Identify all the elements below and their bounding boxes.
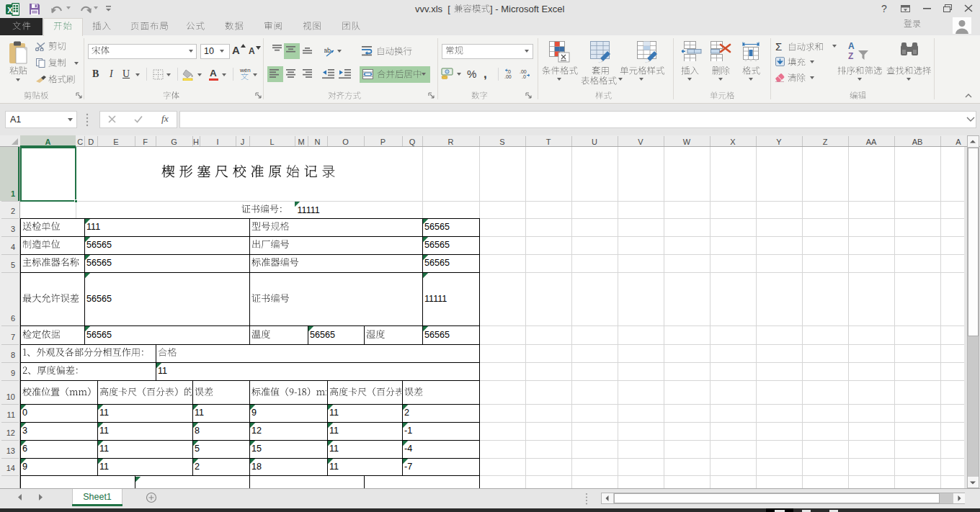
svg-text:.00: .00 [520, 69, 527, 74]
svg-text:Z: Z [848, 51, 853, 60]
svg-text:.0: .0 [507, 69, 511, 74]
svg-text:?: ? [881, 3, 887, 14]
svg-text:A: A [848, 41, 855, 51]
svg-text:.0: .0 [522, 74, 526, 79]
svg-text:.00: .00 [504, 74, 512, 79]
svg-text:X: X [7, 6, 13, 14]
